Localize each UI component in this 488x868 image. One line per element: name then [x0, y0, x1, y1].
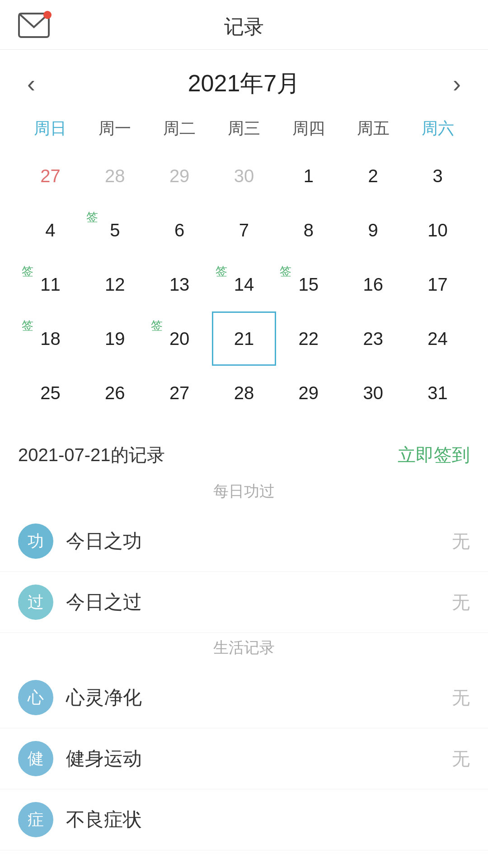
day-number: 21: [234, 329, 254, 349]
daily-merit-item[interactable]: 功 今日之功 无: [0, 511, 488, 572]
cal-day-26[interactable]: 26: [83, 366, 147, 420]
month-title: 2021年7月: [188, 68, 300, 99]
cal-day-25[interactable]: 25: [18, 366, 83, 420]
cal-day-4[interactable]: 4: [18, 203, 83, 257]
cal-day-28[interactable]: 28: [212, 366, 277, 420]
day-number: 30: [234, 166, 254, 186]
day-number: 15: [299, 274, 319, 295]
sign-now-button[interactable]: 立即签到: [398, 443, 470, 467]
day-number: 5: [110, 220, 120, 241]
day-number: 4: [45, 220, 55, 241]
day-number: 2: [368, 166, 378, 186]
day-number: 29: [169, 166, 190, 186]
cal-day-3[interactable]: 3: [405, 149, 470, 203]
cal-day-17[interactable]: 17: [405, 257, 470, 311]
cal-day-29[interactable]: 29: [276, 366, 341, 420]
weekday-mon: 周一: [83, 113, 147, 144]
day-number: 7: [239, 220, 249, 241]
day-number: 1: [304, 166, 314, 186]
day-number: 29: [299, 383, 319, 403]
cal-day-21-today[interactable]: 21: [212, 311, 277, 366]
cal-day-15[interactable]: 签15: [276, 257, 341, 311]
cal-day-5[interactable]: 签5: [83, 203, 147, 257]
cal-day-27[interactable]: 27: [147, 366, 212, 420]
cal-day-24[interactable]: 24: [405, 311, 470, 366]
weekday-wed: 周三: [212, 113, 277, 144]
fitness-label: 健身运动: [66, 746, 452, 771]
merit-label: 今日之功: [66, 528, 452, 554]
day-number: 17: [427, 274, 448, 295]
cal-day-1[interactable]: 1: [276, 149, 341, 203]
cal-day-23[interactable]: 23: [341, 311, 405, 366]
day-number: 9: [368, 220, 378, 241]
cal-day-31[interactable]: 31: [405, 366, 470, 420]
day-number: 23: [363, 329, 383, 349]
sign-marker: 签: [216, 264, 227, 279]
fitness-value: 无: [452, 746, 470, 771]
cal-day-20[interactable]: 签20: [147, 311, 212, 366]
cal-day-10[interactable]: 10: [405, 203, 470, 257]
app-header: 记录: [0, 0, 488, 50]
record-date-label: 2021-07-21的记录: [18, 443, 165, 467]
day-number: 18: [40, 329, 61, 349]
soul-icon: 心: [18, 680, 53, 715]
cal-day-7[interactable]: 7: [212, 203, 277, 257]
merit-icon: 功: [18, 524, 53, 559]
mail-icon-wrap[interactable]: [18, 13, 50, 40]
cal-day-8[interactable]: 8: [276, 203, 341, 257]
page-title: 记录: [224, 14, 264, 40]
weekday-fri: 周五: [341, 113, 405, 144]
cal-day-22[interactable]: 22: [276, 311, 341, 366]
sign-marker: 签: [86, 209, 98, 225]
sign-marker: 签: [280, 264, 291, 279]
day-number: 16: [363, 274, 383, 295]
month-navigation: ‹ 2021年7月 ›: [18, 59, 470, 113]
day-number: 8: [304, 220, 314, 241]
record-header: 2021-07-21的记录 立即签到: [0, 429, 488, 476]
calendar-container: ‹ 2021年7月 › 周日 周一 周二 周三 周四 周五 周六 2728293…: [0, 50, 488, 429]
cal-day-11[interactable]: 签11: [18, 257, 83, 311]
weekday-sat: 周六: [405, 113, 470, 144]
prev-month-button[interactable]: ‹: [18, 71, 44, 96]
cal-day-12[interactable]: 12: [83, 257, 147, 311]
weekday-sun: 周日: [18, 113, 83, 144]
cal-day-9[interactable]: 9: [341, 203, 405, 257]
cal-day-13[interactable]: 13: [147, 257, 212, 311]
day-number: 27: [169, 383, 190, 403]
merit-value: 无: [452, 529, 470, 554]
next-month-button[interactable]: ›: [444, 71, 470, 96]
fitness-icon: 健: [18, 741, 53, 776]
cal-day-16[interactable]: 16: [341, 257, 405, 311]
cal-day-19[interactable]: 19: [83, 311, 147, 366]
cal-day-29[interactable]: 29: [147, 149, 212, 203]
day-number: 13: [169, 274, 190, 295]
cal-day-30[interactable]: 30: [341, 366, 405, 420]
sign-marker: 签: [22, 318, 33, 334]
cal-day-14[interactable]: 签14: [212, 257, 277, 311]
weekday-headers: 周日 周一 周二 周三 周四 周五 周六: [18, 113, 470, 144]
cal-day-27[interactable]: 27: [18, 149, 83, 203]
day-number: 26: [105, 383, 125, 403]
life-section-label: 生活记录: [0, 633, 488, 667]
day-number: 6: [174, 220, 184, 241]
day-number: 28: [234, 383, 254, 403]
day-number: 24: [427, 329, 448, 349]
symptoms-item[interactable]: 症 不良症状: [0, 789, 488, 850]
symptoms-label: 不良症状: [66, 807, 470, 832]
cal-day-6[interactable]: 6: [147, 203, 212, 257]
soul-purify-item[interactable]: 心 心灵净化 无: [0, 667, 488, 728]
fitness-item[interactable]: 健 健身运动 无: [0, 728, 488, 789]
day-number: 25: [40, 383, 61, 403]
fault-icon: 过: [18, 585, 53, 620]
daily-fault-item[interactable]: 过 今日之过 无: [0, 572, 488, 633]
cal-day-2[interactable]: 2: [341, 149, 405, 203]
cal-day-18[interactable]: 签18: [18, 311, 83, 366]
day-number: 10: [427, 220, 448, 241]
mail-notification-dot: [43, 11, 52, 19]
sign-marker: 签: [22, 264, 33, 279]
cal-day-28[interactable]: 28: [83, 149, 147, 203]
cal-day-30[interactable]: 30: [212, 149, 277, 203]
fault-value: 无: [452, 590, 470, 615]
day-number: 27: [40, 166, 61, 186]
day-number: 19: [105, 329, 125, 349]
